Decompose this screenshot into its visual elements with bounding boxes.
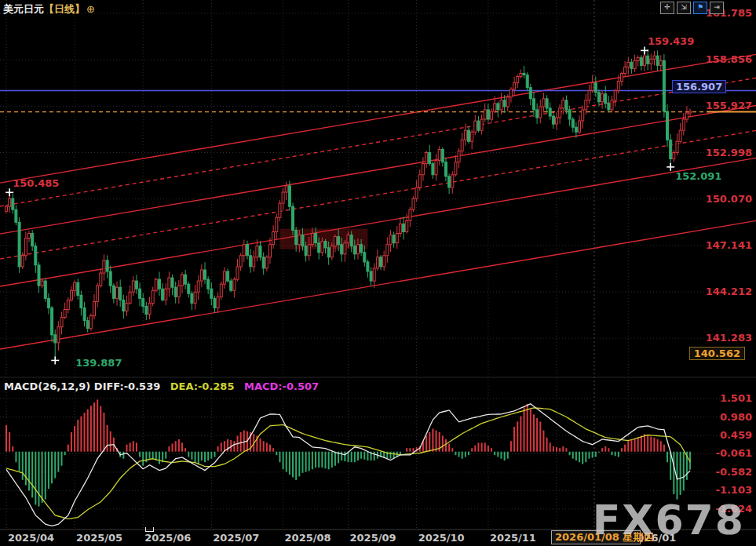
candle [415, 187, 418, 198]
candle [188, 284, 190, 293]
candle [276, 217, 278, 231]
shift-right-button[interactable]: ⇥ [710, 2, 724, 14]
candle [624, 67, 626, 73]
candle [230, 281, 232, 290]
candle [637, 57, 639, 60]
x-axis-month-label: 2025/04 [8, 532, 54, 544]
candle [292, 206, 294, 230]
candle [663, 60, 665, 111]
candle [5, 206, 8, 211]
candle [685, 113, 688, 119]
candle [57, 327, 60, 343]
flag-marker-button[interactable]: ⚑ [693, 2, 707, 14]
macd-layer[interactable] [6, 399, 690, 526]
fx678-watermark: FX678 [593, 497, 745, 544]
candle [393, 235, 395, 243]
candle [353, 246, 356, 254]
symbol-name: 美元日元 [3, 3, 44, 15]
candle [191, 293, 193, 303]
candle [265, 257, 268, 268]
x-axis-month-label: 2025/08 [285, 532, 331, 544]
candle [89, 316, 92, 329]
candle [418, 175, 421, 187]
x-axis-month-label: 2025/07 [213, 532, 259, 544]
candle [145, 307, 148, 315]
candle [552, 116, 554, 124]
candle [585, 100, 587, 110]
candle [630, 62, 633, 68]
pan-tool-button[interactable]: ✛ [660, 2, 674, 14]
candle [579, 121, 581, 132]
candle [338, 237, 340, 245]
candle [517, 77, 519, 83]
candle [217, 297, 219, 308]
add-indicator-icon[interactable]: ⊕ [86, 3, 95, 15]
trend-channel[interactable] [0, 54, 756, 349]
candle [373, 268, 375, 281]
candle [298, 235, 301, 245]
candle [438, 150, 440, 161]
candle [210, 289, 213, 298]
price-axis-tick: 158.856 [706, 53, 752, 65]
price-axis-tick: 155.927 [706, 100, 752, 111]
candle [318, 243, 320, 253]
candle [100, 273, 102, 286]
candle [74, 282, 76, 290]
candle [116, 287, 119, 298]
axis-scale-button[interactable]: ⇲ [677, 2, 691, 14]
candle [367, 262, 369, 271]
candle [262, 257, 265, 268]
candle [253, 257, 255, 267]
candle [250, 256, 252, 267]
candle [673, 153, 675, 159]
candle [109, 271, 111, 286]
candle [676, 141, 678, 152]
candle [177, 286, 180, 297]
candle [383, 256, 385, 267]
candle [484, 110, 486, 119]
candle [21, 256, 24, 267]
candle [409, 209, 411, 220]
candle [285, 186, 287, 192]
candle [458, 151, 460, 162]
candle [445, 162, 447, 177]
candle [321, 242, 323, 253]
candle [582, 110, 584, 121]
candle [103, 260, 105, 273]
candle [64, 310, 66, 318]
blue-level-price-label[interactable]: 156.907 [672, 80, 726, 93]
macd-axis-tick: 0.459 [720, 429, 752, 441]
candle [471, 132, 473, 141]
candle [168, 278, 170, 289]
scrollbar-handle[interactable] [145, 527, 154, 532]
macd-axis-tick: -0.061 [715, 447, 752, 459]
alert-price-label[interactable]: 140.562 [689, 347, 745, 360]
chart-canvas[interactable] [0, 0, 756, 546]
candle [67, 300, 69, 309]
candle [54, 335, 57, 343]
candle [139, 289, 141, 298]
candle [334, 237, 336, 246]
candle [159, 279, 161, 289]
candle [200, 270, 203, 281]
candle [650, 59, 652, 64]
candle [184, 275, 187, 284]
candle [659, 60, 662, 65]
period-label: 【日线】 [44, 3, 85, 15]
candle [386, 245, 389, 256]
candle [644, 56, 646, 65]
price-extreme-annotation: 139.887 [75, 357, 122, 369]
candle [477, 121, 480, 130]
candle [523, 74, 525, 75]
candle [451, 175, 454, 187]
candle [197, 281, 199, 292]
candle [529, 88, 531, 99]
candle [181, 275, 184, 286]
candle [597, 93, 600, 102]
candle [461, 140, 463, 151]
candle [51, 308, 53, 335]
candle [18, 222, 20, 267]
candle [272, 232, 275, 245]
candle [227, 271, 229, 281]
candle [357, 245, 360, 254]
